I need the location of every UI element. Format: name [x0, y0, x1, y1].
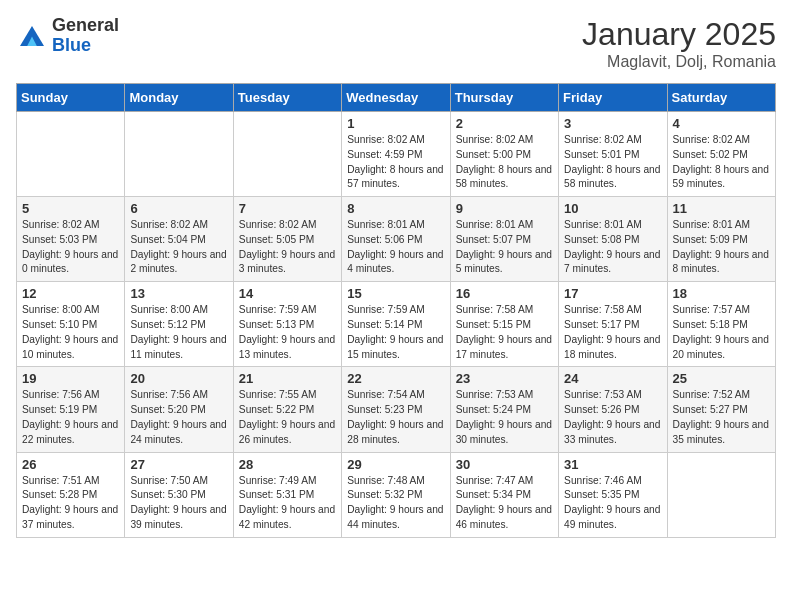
day-info: Sunrise: 7:49 AM Sunset: 5:31 PM Dayligh…: [239, 474, 336, 533]
calendar-cell: 26Sunrise: 7:51 AM Sunset: 5:28 PM Dayli…: [17, 452, 125, 537]
day-number: 27: [130, 457, 227, 472]
day-info: Sunrise: 8:02 AM Sunset: 5:02 PM Dayligh…: [673, 133, 770, 192]
calendar-cell: 16Sunrise: 7:58 AM Sunset: 5:15 PM Dayli…: [450, 282, 558, 367]
calendar-cell: 24Sunrise: 7:53 AM Sunset: 5:26 PM Dayli…: [559, 367, 667, 452]
day-number: 14: [239, 286, 336, 301]
day-info: Sunrise: 7:59 AM Sunset: 5:14 PM Dayligh…: [347, 303, 444, 362]
calendar-cell: 3Sunrise: 8:02 AM Sunset: 5:01 PM Daylig…: [559, 112, 667, 197]
calendar-cell: 17Sunrise: 7:58 AM Sunset: 5:17 PM Dayli…: [559, 282, 667, 367]
day-number: 31: [564, 457, 661, 472]
day-info: Sunrise: 8:02 AM Sunset: 4:59 PM Dayligh…: [347, 133, 444, 192]
calendar-cell: [233, 112, 341, 197]
weekday-header-row: SundayMondayTuesdayWednesdayThursdayFrid…: [17, 84, 776, 112]
logo-icon: [16, 22, 48, 50]
day-info: Sunrise: 8:00 AM Sunset: 5:10 PM Dayligh…: [22, 303, 119, 362]
day-number: 15: [347, 286, 444, 301]
day-number: 25: [673, 371, 770, 386]
day-number: 9: [456, 201, 553, 216]
day-info: Sunrise: 7:58 AM Sunset: 5:17 PM Dayligh…: [564, 303, 661, 362]
day-info: Sunrise: 7:46 AM Sunset: 5:35 PM Dayligh…: [564, 474, 661, 533]
calendar-cell: [667, 452, 775, 537]
calendar-cell: 30Sunrise: 7:47 AM Sunset: 5:34 PM Dayli…: [450, 452, 558, 537]
calendar-cell: 21Sunrise: 7:55 AM Sunset: 5:22 PM Dayli…: [233, 367, 341, 452]
day-number: 11: [673, 201, 770, 216]
day-info: Sunrise: 7:56 AM Sunset: 5:20 PM Dayligh…: [130, 388, 227, 447]
day-info: Sunrise: 8:01 AM Sunset: 5:07 PM Dayligh…: [456, 218, 553, 277]
calendar-cell: 5Sunrise: 8:02 AM Sunset: 5:03 PM Daylig…: [17, 197, 125, 282]
day-info: Sunrise: 8:02 AM Sunset: 5:03 PM Dayligh…: [22, 218, 119, 277]
calendar-cell: 7Sunrise: 8:02 AM Sunset: 5:05 PM Daylig…: [233, 197, 341, 282]
calendar-cell: 25Sunrise: 7:52 AM Sunset: 5:27 PM Dayli…: [667, 367, 775, 452]
calendar-cell: 12Sunrise: 8:00 AM Sunset: 5:10 PM Dayli…: [17, 282, 125, 367]
day-number: 19: [22, 371, 119, 386]
calendar-subtitle: Maglavit, Dolj, Romania: [582, 53, 776, 71]
logo-text: General Blue: [52, 16, 119, 56]
calendar-cell: 8Sunrise: 8:01 AM Sunset: 5:06 PM Daylig…: [342, 197, 450, 282]
day-info: Sunrise: 7:59 AM Sunset: 5:13 PM Dayligh…: [239, 303, 336, 362]
logo-general-text: General: [52, 16, 119, 36]
week-row-4: 19Sunrise: 7:56 AM Sunset: 5:19 PM Dayli…: [17, 367, 776, 452]
day-info: Sunrise: 7:56 AM Sunset: 5:19 PM Dayligh…: [22, 388, 119, 447]
day-info: Sunrise: 8:01 AM Sunset: 5:06 PM Dayligh…: [347, 218, 444, 277]
day-number: 12: [22, 286, 119, 301]
day-number: 16: [456, 286, 553, 301]
day-number: 21: [239, 371, 336, 386]
weekday-header-saturday: Saturday: [667, 84, 775, 112]
title-block: January 2025 Maglavit, Dolj, Romania: [582, 16, 776, 71]
day-info: Sunrise: 7:50 AM Sunset: 5:30 PM Dayligh…: [130, 474, 227, 533]
calendar-cell: 14Sunrise: 7:59 AM Sunset: 5:13 PM Dayli…: [233, 282, 341, 367]
day-info: Sunrise: 7:55 AM Sunset: 5:22 PM Dayligh…: [239, 388, 336, 447]
week-row-2: 5Sunrise: 8:02 AM Sunset: 5:03 PM Daylig…: [17, 197, 776, 282]
day-info: Sunrise: 7:52 AM Sunset: 5:27 PM Dayligh…: [673, 388, 770, 447]
logo: General Blue: [16, 16, 119, 56]
day-info: Sunrise: 7:53 AM Sunset: 5:24 PM Dayligh…: [456, 388, 553, 447]
day-info: Sunrise: 7:53 AM Sunset: 5:26 PM Dayligh…: [564, 388, 661, 447]
calendar-cell: 20Sunrise: 7:56 AM Sunset: 5:20 PM Dayli…: [125, 367, 233, 452]
day-number: 24: [564, 371, 661, 386]
day-info: Sunrise: 7:51 AM Sunset: 5:28 PM Dayligh…: [22, 474, 119, 533]
calendar-cell: 1Sunrise: 8:02 AM Sunset: 4:59 PM Daylig…: [342, 112, 450, 197]
day-info: Sunrise: 8:01 AM Sunset: 5:09 PM Dayligh…: [673, 218, 770, 277]
day-info: Sunrise: 7:58 AM Sunset: 5:15 PM Dayligh…: [456, 303, 553, 362]
calendar-cell: 19Sunrise: 7:56 AM Sunset: 5:19 PM Dayli…: [17, 367, 125, 452]
calendar-title: January 2025: [582, 16, 776, 53]
calendar-header: SundayMondayTuesdayWednesdayThursdayFrid…: [17, 84, 776, 112]
day-info: Sunrise: 8:00 AM Sunset: 5:12 PM Dayligh…: [130, 303, 227, 362]
logo-blue-text: Blue: [52, 36, 119, 56]
calendar-cell: 11Sunrise: 8:01 AM Sunset: 5:09 PM Dayli…: [667, 197, 775, 282]
day-number: 26: [22, 457, 119, 472]
day-number: 30: [456, 457, 553, 472]
calendar-cell: 9Sunrise: 8:01 AM Sunset: 5:07 PM Daylig…: [450, 197, 558, 282]
day-number: 20: [130, 371, 227, 386]
day-number: 17: [564, 286, 661, 301]
day-number: 18: [673, 286, 770, 301]
weekday-header-thursday: Thursday: [450, 84, 558, 112]
calendar-cell: 28Sunrise: 7:49 AM Sunset: 5:31 PM Dayli…: [233, 452, 341, 537]
day-info: Sunrise: 8:01 AM Sunset: 5:08 PM Dayligh…: [564, 218, 661, 277]
week-row-5: 26Sunrise: 7:51 AM Sunset: 5:28 PM Dayli…: [17, 452, 776, 537]
day-number: 29: [347, 457, 444, 472]
calendar-cell: 10Sunrise: 8:01 AM Sunset: 5:08 PM Dayli…: [559, 197, 667, 282]
calendar-cell: 15Sunrise: 7:59 AM Sunset: 5:14 PM Dayli…: [342, 282, 450, 367]
weekday-header-wednesday: Wednesday: [342, 84, 450, 112]
calendar-cell: 13Sunrise: 8:00 AM Sunset: 5:12 PM Dayli…: [125, 282, 233, 367]
day-number: 2: [456, 116, 553, 131]
page-header: General Blue January 2025 Maglavit, Dolj…: [16, 16, 776, 71]
calendar-cell: 2Sunrise: 8:02 AM Sunset: 5:00 PM Daylig…: [450, 112, 558, 197]
calendar-cell: 27Sunrise: 7:50 AM Sunset: 5:30 PM Dayli…: [125, 452, 233, 537]
weekday-header-friday: Friday: [559, 84, 667, 112]
calendar-cell: [17, 112, 125, 197]
calendar-cell: 29Sunrise: 7:48 AM Sunset: 5:32 PM Dayli…: [342, 452, 450, 537]
day-number: 4: [673, 116, 770, 131]
day-info: Sunrise: 7:54 AM Sunset: 5:23 PM Dayligh…: [347, 388, 444, 447]
day-info: Sunrise: 7:57 AM Sunset: 5:18 PM Dayligh…: [673, 303, 770, 362]
day-info: Sunrise: 7:47 AM Sunset: 5:34 PM Dayligh…: [456, 474, 553, 533]
day-info: Sunrise: 7:48 AM Sunset: 5:32 PM Dayligh…: [347, 474, 444, 533]
day-info: Sunrise: 8:02 AM Sunset: 5:00 PM Dayligh…: [456, 133, 553, 192]
weekday-header-monday: Monday: [125, 84, 233, 112]
day-number: 23: [456, 371, 553, 386]
calendar-cell: 18Sunrise: 7:57 AM Sunset: 5:18 PM Dayli…: [667, 282, 775, 367]
day-number: 13: [130, 286, 227, 301]
day-number: 10: [564, 201, 661, 216]
day-number: 22: [347, 371, 444, 386]
